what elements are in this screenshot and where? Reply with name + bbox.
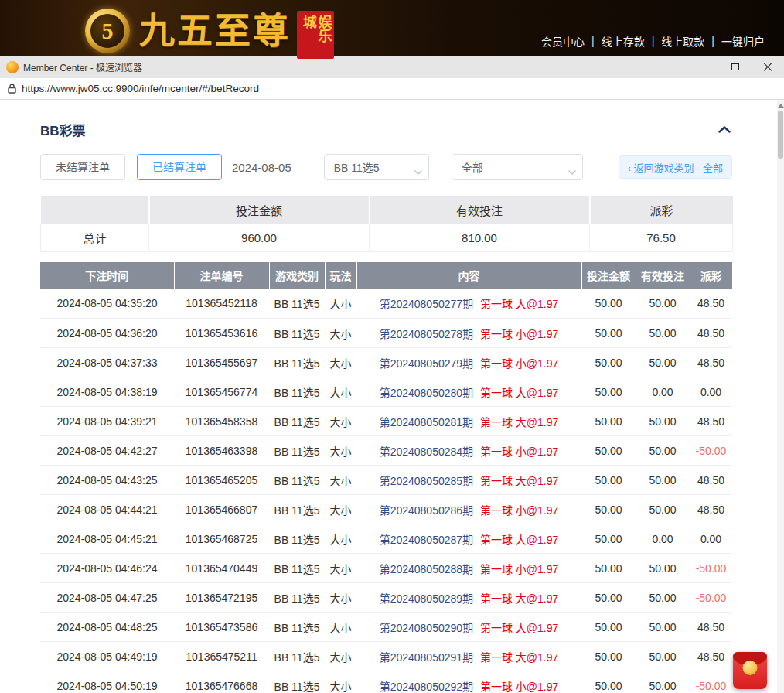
valid-bet-cell: 50.00 (636, 613, 690, 642)
pick-text: 第一球 小@1.97 (480, 563, 558, 575)
game-category-cell: BB 11选5 (269, 642, 325, 671)
play-type-cell: 大小 (325, 348, 356, 377)
content-cell: 第202408050285期 第一球 大@1.97 (356, 466, 581, 495)
play-type-cell: 大小 (325, 289, 356, 319)
pick-text: 第一球 小@1.97 (480, 328, 558, 340)
category-select-value: 全部 (462, 159, 483, 175)
close-button[interactable] (752, 56, 784, 78)
table-row: 2024-08-05 04:39:21 101365458358 BB 11选5… (40, 407, 732, 436)
period-text: 第202408050291期 (380, 651, 473, 664)
window-title: Member Center - 极速浏览器 (23, 60, 142, 73)
page-scrollbar[interactable] (777, 100, 784, 693)
period-text: 第202408050288期 (380, 563, 473, 575)
browser-titlebar: Member Center - 极速浏览器 (0, 56, 784, 78)
valid-bet-cell: 50.00 (636, 348, 690, 377)
valid-bet-cell: 50.00 (636, 407, 690, 436)
scroll-up-icon[interactable] (778, 104, 784, 108)
window-controls (687, 56, 784, 78)
summary-header-row: 投注金额 有效投注 派彩 (41, 196, 733, 224)
bet-amount-cell: 50.00 (581, 377, 636, 407)
filter-row: 未结算注单 已结算注单 2024-08-05 BB 11选5 全部 ‹ 返回游戏… (40, 154, 732, 180)
category-select[interactable]: 全部 (452, 154, 583, 180)
minimize-button[interactable] (687, 56, 719, 78)
maximize-icon (731, 63, 739, 70)
chevron-down-icon (414, 165, 422, 177)
pick-text: 第一球 大@1.97 (480, 298, 558, 310)
pick-text: 第一球 小@1.97 (480, 681, 558, 693)
summary-total-row: 总计 960.00 810.00 76.50 (41, 224, 733, 251)
bet-time-cell: 2024-08-05 04:48:25 (40, 613, 174, 642)
nav-member-center[interactable]: 会员中心 (534, 33, 591, 49)
nav-one-key-transfer[interactable]: 一键归户 (714, 33, 772, 49)
content-cell: 第202408050286期 第一球 小@1.97 (356, 495, 581, 524)
lock-icon[interactable] (8, 84, 16, 94)
bet-time-cell: 2024-08-05 04:37:33 (40, 348, 174, 377)
order-id-cell: 101365466807 (174, 495, 269, 524)
play-type-cell: 大小 (325, 466, 356, 495)
payout-cell: 48.50 (690, 289, 732, 319)
period-text: 第202408050277期 (380, 298, 473, 310)
table-row: 2024-08-05 04:37:33 101365455697 BB 11选5… (40, 348, 732, 377)
table-row: 2024-08-05 04:38:19 101365456774 BB 11选5… (40, 377, 732, 407)
game-category-cell: BB 11选5 (269, 613, 325, 642)
period-text: 第202408050285期 (380, 475, 473, 487)
summary-total-payout: 76.50 (590, 224, 733, 251)
unsettled-bets-button[interactable]: 未结算注单 (40, 154, 125, 180)
game-category-cell: BB 11选5 (269, 377, 325, 407)
nav-online-deposit[interactable]: 线上存款 (595, 33, 652, 49)
collapse-section-button[interactable] (717, 125, 732, 135)
valid-bet-cell: 50.00 (636, 289, 690, 319)
bet-records-table: 下注时间 注单编号 游戏类别 玩法 内容 投注金额 有效投注 派彩 2024-0… (40, 262, 732, 693)
payout-cell: 48.50 (690, 348, 732, 377)
bet-record-page: BB彩票 未结算注单 已结算注单 2024-08-05 BB 11选5 全部 ‹… (0, 100, 784, 693)
content-cell: 第202408050290期 第一球 大@1.97 (356, 613, 581, 642)
play-type-cell: 大小 (325, 671, 356, 693)
col-header-bet-time: 下注时间 (40, 262, 174, 289)
site-logo[interactable]: 5 九五至尊 娱乐城 (85, 3, 334, 59)
nav-online-withdraw[interactable]: 线上取款 (654, 33, 711, 49)
red-packet-float[interactable] (733, 652, 767, 689)
site-banner: 5 九五至尊 娱乐城 会员中心 | 线上存款 | 线上取款 | 一键归户 (0, 0, 784, 56)
table-row: 2024-08-05 04:43:25 101365465205 BB 11选5… (40, 466, 732, 495)
col-header-order-id: 注单编号 (174, 262, 269, 289)
payout-cell: -50.00 (690, 671, 732, 693)
period-text: 第202408050278期 (380, 328, 473, 340)
browser-urlbar[interactable]: https://www.jw05.cc:9900/infe/mcenter/#/… (0, 78, 784, 100)
game-category-cell: BB 11选5 (269, 319, 325, 348)
pick-text: 第一球 小@1.97 (480, 357, 558, 370)
period-text: 第202408050292期 (380, 681, 473, 693)
content-cell: 第202408050284期 第一球 小@1.97 (356, 436, 581, 466)
url-text[interactable]: https://www.jw05.cc:9900/infe/mcenter/#/… (22, 83, 259, 94)
order-id-cell: 101365463398 (174, 436, 269, 466)
valid-bet-cell: 0.00 (636, 377, 690, 407)
favicon-icon (6, 61, 19, 73)
order-id-cell: 101365465205 (174, 466, 269, 495)
table-row: 2024-08-05 04:50:19 101365476668 BB 11选5… (40, 671, 732, 693)
bet-amount-cell: 50.00 (581, 348, 636, 377)
summary-total-bet-amount: 960.00 (149, 224, 370, 251)
play-type-cell: 大小 (325, 554, 356, 583)
valid-bet-cell: 0.00 (636, 524, 690, 554)
order-id-cell: 101365473586 (174, 613, 269, 642)
back-to-category-button[interactable]: ‹ 返回游戏类别 - 全部 (619, 155, 733, 179)
period-text: 第202408050289期 (380, 592, 473, 605)
settled-bets-button[interactable]: 已结算注单 (137, 154, 222, 180)
game-select[interactable]: BB 11选5 (324, 154, 429, 180)
chevron-down-icon (568, 165, 576, 177)
payout-cell: 48.50 (690, 319, 732, 348)
valid-bet-cell: 50.00 (636, 319, 690, 348)
order-id-cell: 101365476668 (174, 671, 269, 693)
date-picker[interactable]: 2024-08-05 (232, 161, 291, 174)
col-header-payout: 派彩 (690, 262, 732, 289)
content-cell: 第202408050281期 第一球 大@1.97 (356, 407, 581, 436)
bet-amount-cell: 50.00 (581, 671, 636, 693)
bet-table-body: 2024-08-05 04:35:20 101365452118 BB 11选5… (40, 289, 732, 693)
maximize-button[interactable] (719, 56, 752, 78)
content-cell: 第202408050291期 第一球 大@1.97 (356, 642, 581, 671)
pick-text: 第一球 大@1.97 (480, 475, 558, 487)
scrollbar-thumb[interactable] (778, 111, 783, 159)
logo-badge: 娱乐城 (297, 11, 334, 59)
game-category-cell: BB 11选5 (269, 407, 325, 436)
bet-time-cell: 2024-08-05 04:44:21 (40, 495, 174, 524)
pick-text: 第一球 小@1.97 (480, 446, 558, 458)
